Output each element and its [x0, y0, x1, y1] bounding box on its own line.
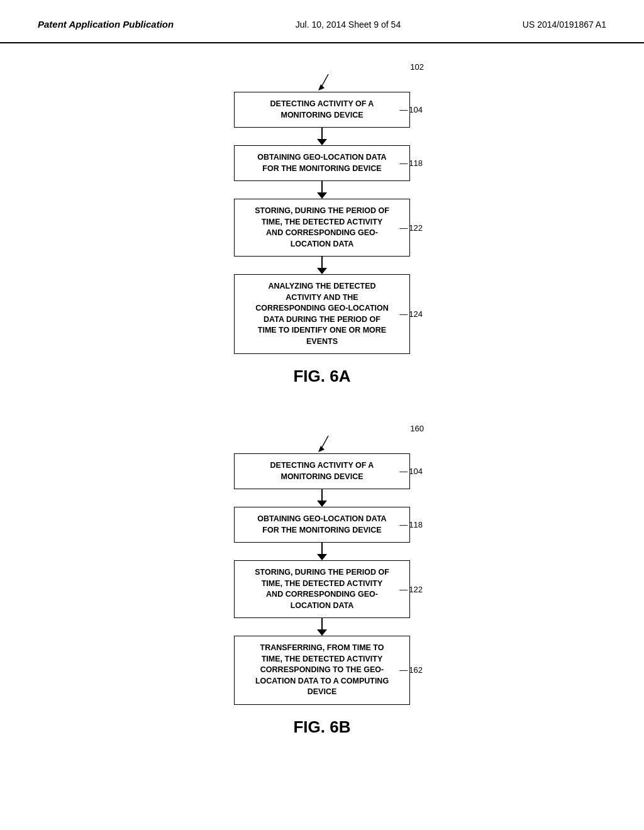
fig6b-node1-box: DETECTING ACTIVITY OF AMONITORING DEVICE — [234, 453, 410, 489]
arrow3 — [203, 257, 441, 274]
arrow6 — [203, 618, 441, 636]
fig6a-node2-wrapper: OBTAINING GEO-LOCATION DATAFOR THE MONIT… — [203, 145, 441, 181]
arrow4 — [203, 489, 441, 507]
fig6a-node1-ref: 104 — [399, 105, 423, 114]
fig6a-node2-ref: 118 — [399, 158, 423, 168]
fig6a-node1-box: DETECTING ACTIVITY OF AMONITORING DEVICE — [234, 92, 410, 128]
page-content: 102 DETECTING ACTIVITY OF AMONITORING DE… — [0, 43, 644, 794]
publication-title: Patent Application Publication — [38, 19, 174, 30]
fig6a-node2-box: OBTAINING GEO-LOCATION DATAFOR THE MONIT… — [234, 145, 410, 181]
fig6a-label: FIG. 6A — [293, 367, 350, 386]
fig6b-node1-text: DETECTING ACTIVITY OF AMONITORING DEVICE — [270, 461, 374, 481]
fig6b-node3-wrapper: STORING, DURING THE PERIOD OFTIME, THE D… — [203, 560, 441, 618]
fig6b-node2-box: OBTAINING GEO-LOCATION DATAFOR THE MONIT… — [234, 507, 410, 543]
arrow1 — [203, 128, 441, 145]
fig6b-node1-wrapper: DETECTING ACTIVITY OF AMONITORING DEVICE… — [203, 453, 441, 489]
page-header: Patent Application Publication Jul. 10, … — [0, 0, 644, 43]
patent-number: US 2014/0191867 A1 — [523, 19, 606, 30]
sheet-info: Jul. 10, 2014 Sheet 9 of 54 — [296, 19, 401, 30]
fig6a-node4-wrapper: ANALYZING THE DETECTEDACTIVITY AND THECO… — [203, 274, 441, 354]
svg-marker-1 — [318, 84, 325, 91]
fig6a-node3-box: STORING, DURING THE PERIOD OFTIME, THE D… — [234, 199, 410, 257]
fig6b-node2-text: OBTAINING GEO-LOCATION DATAFOR THE MONIT… — [257, 514, 386, 534]
fig6b-node1-ref: 104 — [399, 467, 423, 476]
arrow5 — [203, 543, 441, 560]
fig6a-node4-ref: 124 — [399, 309, 423, 319]
page: Patent Application Publication Jul. 10, … — [0, 0, 644, 830]
fig6a-node4-box: ANALYZING THE DETECTEDACTIVITY AND THECO… — [234, 274, 410, 354]
fig6a-node1-wrapper: DETECTING ACTIVITY OF AMONITORING DEVICE… — [203, 92, 441, 128]
fig6a-node1-text: DETECTING ACTIVITY OF AMONITORING DEVICE — [270, 99, 374, 119]
fig6a-entry-arrow — [303, 73, 341, 92]
fig6b-node2-wrapper: OBTAINING GEO-LOCATION DATAFOR THE MONIT… — [203, 507, 441, 543]
fig6b-node4-box: TRANSFERRING, FROM TIME TOTIME, THE DETE… — [234, 636, 410, 705]
fig6b-diagram: 160 DETECTING ACTIVITY OF AMONITORING DE… — [203, 424, 441, 705]
fig6b-node4-ref: 162 — [399, 665, 423, 675]
fig6b-entry-arrow — [303, 434, 341, 453]
fig6a-node3-wrapper: STORING, DURING THE PERIOD OFTIME, THE D… — [203, 199, 441, 257]
fig6a-section: 102 DETECTING ACTIVITY OF AMONITORING DE… — [38, 62, 606, 405]
fig6b-label: FIG. 6B — [293, 717, 350, 737]
fig6a-top-ref: 102 — [410, 62, 424, 72]
fig6b-node3-text: STORING, DURING THE PERIOD OFTIME, THE D… — [255, 568, 389, 610]
fig6b-top-ref: 160 — [410, 424, 424, 433]
fig6b-node4-wrapper: TRANSFERRING, FROM TIME TOTIME, THE DETE… — [203, 636, 441, 705]
fig6b-node4-text: TRANSFERRING, FROM TIME TOTIME, THE DETE… — [255, 643, 389, 696]
fig6b-node3-box: STORING, DURING THE PERIOD OFTIME, THE D… — [234, 560, 410, 618]
fig6a-node4-text: ANALYZING THE DETECTEDACTIVITY AND THECO… — [255, 282, 389, 346]
fig6a-node3-ref: 122 — [399, 223, 423, 233]
fig6b-node3-ref: 122 — [399, 585, 423, 594]
svg-marker-3 — [318, 446, 325, 452]
fig6a-node2-text: OBTAINING GEO-LOCATION DATAFOR THE MONIT… — [257, 153, 386, 173]
fig6b-section: 160 DETECTING ACTIVITY OF AMONITORING DE… — [38, 424, 606, 756]
fig6b-node2-ref: 118 — [399, 520, 423, 529]
fig6a-diagram: 102 DETECTING ACTIVITY OF AMONITORING DE… — [203, 62, 441, 354]
fig6a-node3-text: STORING, DURING THE PERIOD OFTIME, THE D… — [255, 206, 389, 248]
arrow2 — [203, 181, 441, 199]
